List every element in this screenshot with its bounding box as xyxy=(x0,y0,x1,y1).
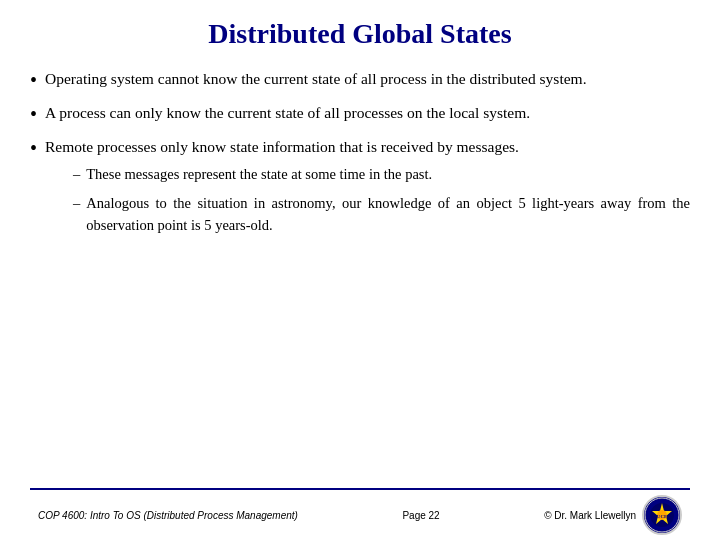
bullet-text-container: Remote processes only know state informa… xyxy=(45,136,690,236)
svg-text:UCF: UCF xyxy=(657,514,667,519)
slide-content: • Operating system cannot know the curre… xyxy=(30,68,690,488)
footer-bottom: COP 4600: Intro To OS (Distributed Proce… xyxy=(38,510,298,521)
bullet-dot: • xyxy=(30,68,37,92)
sub-text: Analogous to the situation in astronomy,… xyxy=(86,193,690,235)
bullet-dot: • xyxy=(30,102,37,126)
footer-copyright: © Dr. Mark Llewellyn xyxy=(544,510,636,521)
list-item: • Operating system cannot know the curre… xyxy=(30,68,690,92)
bullet-dot: • xyxy=(30,136,37,160)
list-item: – Analogous to the situation in astronom… xyxy=(73,193,690,235)
ucf-logo-icon: UCF xyxy=(642,495,682,535)
sub-dash: – xyxy=(73,193,80,214)
list-item: • Remote processes only know state infor… xyxy=(30,136,690,236)
slide-footer: COP 4600: Intro To OS (Distributed Proce… xyxy=(30,488,690,540)
list-item: – These messages represent the state at … xyxy=(73,164,690,185)
slide: Distributed Global States • Operating sy… xyxy=(0,0,720,540)
footer-right-section: © Dr. Mark Llewellyn UCF xyxy=(544,495,682,535)
footer-page-number: Page 22 xyxy=(402,510,439,521)
bullet-text: Remote processes only know state informa… xyxy=(45,138,519,155)
bullet-text: A process can only know the current stat… xyxy=(45,102,690,124)
footer-course-info: COP 4600: Intro To OS (Distributed Proce… xyxy=(38,510,298,521)
sub-items: – These messages represent the state at … xyxy=(73,164,690,235)
list-item: • A process can only know the current st… xyxy=(30,102,690,126)
sub-text: These messages represent the state at so… xyxy=(86,164,690,185)
slide-title: Distributed Global States xyxy=(30,18,690,50)
bullet-text: Operating system cannot know the current… xyxy=(45,68,690,90)
sub-dash: – xyxy=(73,164,80,185)
